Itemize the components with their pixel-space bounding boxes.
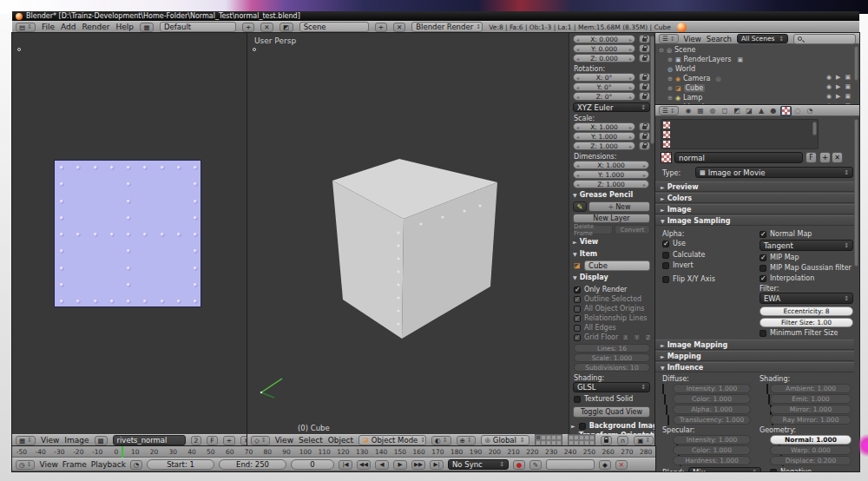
tab-texture-icon[interactable] — [780, 106, 792, 116]
grid-axis-z-toggle[interactable]: Z — [644, 333, 652, 341]
image-menu-image[interactable]: Image — [64, 436, 89, 445]
outliner-row-scene[interactable]: ⊖◎Scene — [659, 45, 695, 55]
image-fake-user-button[interactable]: F — [207, 436, 217, 445]
rotation-z-field[interactable]: ◂Z: 0°▸ — [573, 92, 635, 101]
grease-pencil-panel-header[interactable]: Grease Pencil — [573, 191, 633, 199]
dimensions-x-field[interactable]: ◂X: 1.000▸ — [573, 161, 649, 169]
frame-start-field[interactable]: Start: 1 — [147, 459, 214, 470]
transform-orientation-select[interactable]: ◎Global↕ — [481, 435, 529, 445]
editor-type-button-info[interactable]: ▤↕ — [16, 23, 36, 32]
all-edges-checkbox[interactable]: All Edges — [574, 324, 616, 332]
grease-pencil-draw-icon[interactable]: ✎ — [573, 201, 587, 212]
diffuse-alpha-checkbox[interactable] — [666, 405, 667, 415]
all-object-origins-checkbox[interactable]: All Object Origins — [574, 305, 644, 313]
scale-x-field[interactable]: ◂X: 1.000▸ — [573, 122, 635, 131]
filter-size-slider[interactable]: Filter Size: 1.00 — [760, 318, 853, 327]
lock-to-scene-icon[interactable] — [601, 436, 612, 445]
location-z-field[interactable]: ◂Z: 0.000▸ — [573, 54, 635, 63]
grid-floor-checkbox[interactable]: Grid Floor X Y Z — [574, 333, 652, 341]
delete-keyframe-icon[interactable]: ✕ — [615, 460, 628, 470]
render-engine-select[interactable]: Blender Render↕ — [411, 22, 483, 32]
location-z-lock-icon[interactable] — [639, 54, 650, 63]
alpha-calculate-checkbox[interactable]: Calculate — [662, 251, 705, 259]
delete-frame-button[interactable]: Delete Frame — [573, 225, 613, 234]
image-section[interactable]: Image — [655, 204, 854, 214]
diffuse-intensity-checkbox[interactable] — [662, 384, 664, 394]
uv-image-editor[interactable]: ▦↕ View Image ▩ rivets_normal 2 F + ✕ ⊙ … — [12, 33, 247, 446]
scene-icon[interactable]: ◩ — [279, 23, 293, 32]
minimum-filter-size-checkbox[interactable]: Minimum Filter Size — [760, 329, 838, 337]
rotation-y-field[interactable]: ◂Y: 0°▸ — [573, 82, 635, 91]
tab-physics-icon[interactable]: ◔ — [805, 106, 816, 116]
scale-x-lock-icon[interactable] — [639, 122, 650, 131]
grease-pencil-new-button[interactable]: +New — [589, 201, 650, 212]
tab-scene-icon[interactable]: ▦ — [695, 106, 707, 116]
emit-slider[interactable]: Emit: 1.000 — [770, 394, 852, 404]
alpha-invert-checkbox[interactable]: Invert — [662, 261, 694, 269]
tab-material-icon[interactable]: ● — [768, 106, 779, 116]
window-title-bar[interactable]: Blender* [D:\Trainz-Development\Home-Fol… — [12, 11, 859, 21]
screen-layout-field[interactable]: Default — [160, 22, 236, 32]
scene-add-button[interactable]: + — [375, 23, 387, 32]
normal-space-select[interactable]: Tangent↕ — [760, 240, 853, 251]
mirror-slider[interactable]: Mirror: 1.000 — [770, 405, 852, 414]
dimensions-y-field[interactable]: ◂Y: 1.000▸ — [573, 170, 649, 179]
lamp-restrict-icons[interactable]: ◉▶▣ — [826, 93, 851, 100]
image-sampling-section[interactable]: Image Sampling — [655, 215, 854, 226]
mip-map-gaussian-checkbox[interactable]: MIP Map Gaussian filter — [760, 264, 852, 272]
convert-button[interactable]: Convert — [615, 225, 650, 234]
play-reverse-button[interactable]: ◀ — [375, 460, 389, 470]
texture-new-button[interactable]: + — [819, 152, 831, 163]
outliner-menu-view[interactable]: View — [684, 35, 701, 43]
location-y-lock-icon[interactable] — [639, 44, 650, 53]
camera-restrict-icons[interactable]: ◉▶▣ — [826, 74, 851, 81]
normal-map-image[interactable] — [55, 161, 201, 306]
item-panel-header[interactable]: Item — [573, 250, 597, 258]
specular-intensity-slider[interactable]: Intensity: 1.000 — [673, 435, 751, 445]
menu-render[interactable]: Render — [82, 23, 109, 31]
screen-layout-add-button[interactable]: + — [242, 23, 254, 32]
scale-y-lock-icon[interactable] — [639, 132, 650, 141]
screen-layout-icon[interactable]: ▦ — [140, 23, 154, 32]
rotation-y-lock-icon[interactable] — [639, 82, 650, 91]
texture-name-field[interactable]: normal — [674, 152, 803, 163]
previous-keyframe-button[interactable]: ◀◀ — [357, 460, 371, 470]
ambient-slider[interactable]: Ambient: 1.000 — [770, 384, 852, 393]
timeline-menu-frame[interactable]: Frame — [62, 460, 87, 469]
texture-fake-user-button[interactable]: F — [806, 152, 817, 163]
current-frame-field[interactable]: 0 — [291, 459, 334, 470]
grid-scale-field[interactable]: Scale: 1.000 — [574, 353, 650, 362]
shading-mode-select[interactable]: GLSL↕ — [573, 382, 650, 392]
normal-map-checkbox[interactable]: Normal Map — [760, 230, 812, 238]
grid-subdivisions-field[interactable]: Subdivisions: 10 — [574, 363, 650, 372]
texture-slots-list[interactable] — [661, 119, 819, 149]
jump-to-start-button[interactable]: |◀ — [339, 460, 352, 470]
menu-help[interactable]: Help — [116, 23, 135, 31]
only-render-checkbox[interactable]: Only Render — [574, 286, 627, 293]
viewport-menu-view[interactable]: View — [275, 436, 293, 445]
preview-section[interactable]: Preview — [655, 181, 854, 192]
play-button[interactable]: ▶ — [393, 460, 407, 470]
sync-mode-select[interactable]: No Sync↕ — [448, 459, 509, 470]
eccentricity-slider[interactable]: Eccentricity: 8 — [760, 306, 853, 316]
outliner-search-input[interactable] — [793, 34, 856, 44]
editor-type-button-3d[interactable]: ◇↕ — [251, 436, 270, 445]
interaction-mode-select[interactable]: ◪Object Mode↕ — [358, 435, 426, 445]
influence-section[interactable]: Influence — [655, 362, 854, 372]
hardness-slider[interactable]: Hardness: 1.000 — [673, 456, 751, 465]
editor-type-button-image[interactable]: ▦↕ — [16, 436, 36, 445]
interpolation-checkbox[interactable]: Interpolation — [760, 274, 814, 282]
location-y-field[interactable]: ◂Y: 0.000▸ — [573, 44, 635, 53]
editor-type-button-outliner[interactable]: ☰↕ — [659, 34, 679, 43]
tab-modifiers-icon[interactable]: ◪ — [744, 106, 755, 116]
rotation-z-lock-icon[interactable] — [639, 92, 650, 101]
diffuse-translucency-checkbox[interactable] — [667, 415, 669, 425]
texture-slots-scrollbar[interactable] — [812, 122, 817, 135]
scene-field[interactable]: Scene — [299, 22, 369, 32]
geometry-displace-slider[interactable]: Displace: 0.200 — [770, 456, 852, 465]
image-new-button[interactable]: + — [223, 436, 235, 445]
insert-keyframe-icon[interactable]: ◆ — [599, 460, 611, 470]
properties-scrollbar[interactable] — [854, 119, 858, 267]
tab-render-icon[interactable]: ◉ — [683, 106, 694, 116]
menu-add[interactable]: Add — [61, 23, 76, 31]
